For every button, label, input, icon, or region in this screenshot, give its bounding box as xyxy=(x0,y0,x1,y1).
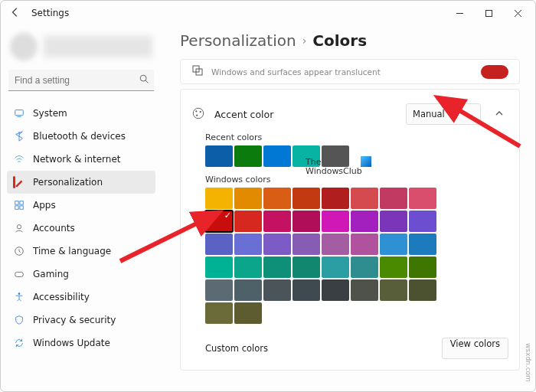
color-swatch[interactable] xyxy=(351,279,378,301)
svg-rect-4 xyxy=(15,110,24,116)
collapse-button[interactable] xyxy=(490,109,508,120)
color-swatch[interactable] xyxy=(409,234,436,255)
personalization-icon xyxy=(13,176,25,188)
transparency-toggle[interactable] xyxy=(481,65,508,79)
accounts-icon xyxy=(13,222,25,234)
credit-text: wsxdn.com xyxy=(525,343,532,382)
sidebar-item-label: Bluetooth & devices xyxy=(33,131,126,142)
color-swatch[interactable] xyxy=(234,279,262,301)
recent-color-swatch[interactable] xyxy=(205,145,233,167)
sidebar-item-label: Accessibility xyxy=(33,292,90,302)
color-swatch[interactable] xyxy=(322,234,349,255)
color-swatch[interactable] xyxy=(322,256,349,278)
color-swatch[interactable] xyxy=(205,302,233,324)
svg-line-3 xyxy=(145,80,148,83)
color-swatch[interactable] xyxy=(322,279,349,301)
color-swatch[interactable] xyxy=(263,211,291,232)
color-swatch[interactable] xyxy=(234,211,262,232)
color-swatch[interactable] xyxy=(263,256,291,278)
color-swatch[interactable] xyxy=(205,234,233,255)
breadcrumb-current: Colors xyxy=(312,31,367,50)
profile-block[interactable] xyxy=(10,33,152,60)
color-swatch[interactable] xyxy=(322,211,349,232)
color-swatch[interactable] xyxy=(380,256,407,278)
color-swatch[interactable] xyxy=(263,188,291,209)
recent-color-swatch[interactable] xyxy=(234,145,262,167)
privacy-icon xyxy=(13,314,25,326)
minimize-button[interactable] xyxy=(445,2,474,24)
network-icon xyxy=(13,153,25,165)
close-button[interactable] xyxy=(503,2,532,24)
sidebar-item-gaming[interactable]: Gaming xyxy=(7,263,155,286)
color-swatch[interactable] xyxy=(293,211,320,232)
bluetooth-icon xyxy=(13,130,25,142)
sidebar-item-apps[interactable]: Apps xyxy=(7,194,155,217)
accent-card: Accent color Manual ⌄ Recent colors Wind… xyxy=(180,89,520,371)
sidebar-item-accounts[interactable]: Accounts xyxy=(7,217,155,240)
back-button[interactable] xyxy=(10,7,28,20)
color-swatch[interactable] xyxy=(409,188,436,209)
sidebar-item-label: Personalization xyxy=(33,177,103,188)
view-colors-button[interactable]: View colors xyxy=(442,338,508,359)
chevron-down-icon: ⌄ xyxy=(466,109,474,119)
color-swatch[interactable] xyxy=(263,279,291,301)
color-swatch[interactable] xyxy=(234,234,262,255)
color-swatch[interactable] xyxy=(293,234,320,255)
accent-mode-select[interactable]: Manual ⌄ xyxy=(406,103,481,125)
color-swatch[interactable] xyxy=(322,188,349,209)
palette-icon xyxy=(191,106,205,122)
time-icon xyxy=(13,245,25,257)
sidebar-item-label: Apps xyxy=(33,200,56,211)
svg-rect-9 xyxy=(20,206,23,209)
transparency-card[interactable]: Windows and surfaces appear translucent xyxy=(180,59,520,84)
sidebar-item-label: System xyxy=(33,108,67,119)
sidebar-item-personalization[interactable]: Personalization xyxy=(7,171,155,194)
sidebar-item-update[interactable]: Windows Update xyxy=(7,332,155,354)
color-swatch[interactable] xyxy=(293,256,320,278)
color-swatch[interactable] xyxy=(234,302,262,324)
color-swatch[interactable] xyxy=(380,188,407,209)
color-swatch[interactable] xyxy=(205,256,233,278)
maximize-button[interactable] xyxy=(474,2,503,24)
accent-color-label: Accent color xyxy=(214,109,273,120)
color-swatch[interactable] xyxy=(409,211,436,232)
color-swatch[interactable] xyxy=(380,211,407,232)
color-swatch[interactable] xyxy=(380,234,407,255)
watermark-text: TheWindowsClub xyxy=(306,158,362,176)
color-swatch[interactable] xyxy=(205,279,233,301)
sidebar-item-accessibility[interactable]: Accessibility xyxy=(7,286,155,309)
sidebar-item-bluetooth[interactable]: Bluetooth & devices xyxy=(7,125,155,148)
breadcrumb-parent[interactable]: Personalization xyxy=(180,31,296,50)
search-input[interactable] xyxy=(8,70,154,91)
window-title: Settings xyxy=(31,8,69,18)
sidebar-item-time[interactable]: Time & language xyxy=(7,240,155,263)
color-swatch[interactable] xyxy=(205,211,233,232)
svg-rect-8 xyxy=(15,206,18,209)
color-swatch[interactable] xyxy=(263,234,291,255)
color-swatch[interactable] xyxy=(351,256,378,278)
sidebar-item-system[interactable]: System xyxy=(7,102,155,125)
search-box[interactable] xyxy=(8,70,154,91)
svg-point-2 xyxy=(140,75,146,81)
color-swatch[interactable] xyxy=(409,279,436,301)
transparency-icon xyxy=(191,64,204,79)
color-swatch[interactable] xyxy=(205,188,233,209)
color-swatch[interactable] xyxy=(351,188,378,209)
sidebar-item-privacy[interactable]: Privacy & security xyxy=(7,309,155,332)
color-swatch[interactable] xyxy=(409,256,436,278)
svg-rect-12 xyxy=(15,272,24,276)
color-swatch[interactable] xyxy=(234,256,262,278)
main-pane: Personalization › Colors Windows and sur… xyxy=(162,25,535,391)
color-swatch[interactable] xyxy=(293,279,320,301)
sidebar-item-network[interactable]: Network & internet xyxy=(7,148,155,171)
color-swatch[interactable] xyxy=(293,188,320,209)
chevron-right-icon: › xyxy=(302,34,307,47)
apps-icon xyxy=(13,199,25,211)
color-swatch[interactable] xyxy=(351,211,378,232)
color-swatch[interactable] xyxy=(380,279,407,301)
color-swatch[interactable] xyxy=(351,234,378,255)
recent-color-swatch[interactable] xyxy=(263,145,291,167)
svg-point-17 xyxy=(195,110,197,112)
svg-rect-6 xyxy=(15,201,18,204)
color-swatch[interactable] xyxy=(234,188,262,209)
